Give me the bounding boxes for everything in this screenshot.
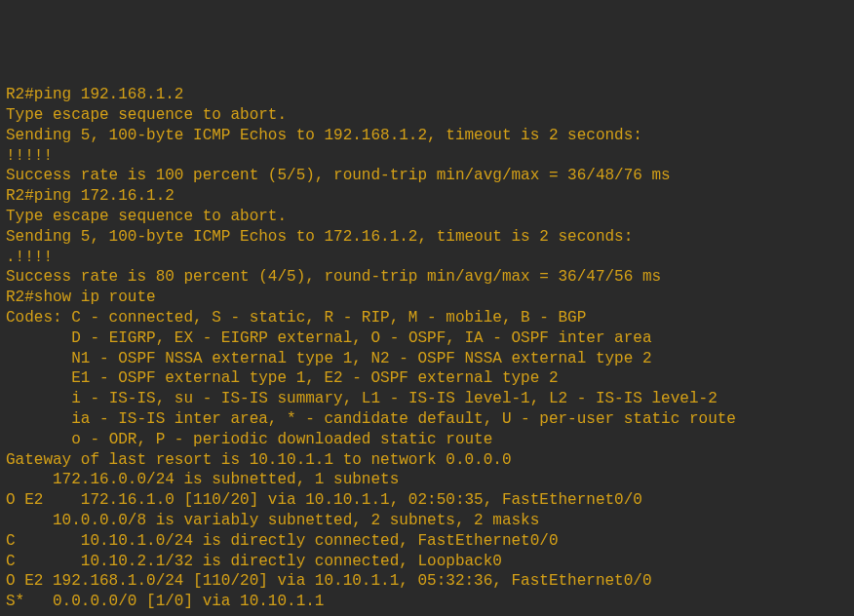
terminal-line: 10.0.0.0/8 is variably subnetted, 2 subn… (6, 511, 848, 531)
terminal-line: R2#ping 192.168.1.2 (6, 85, 848, 105)
terminal-line: E1 - OSPF external type 1, E2 - OSPF ext… (6, 368, 848, 389)
terminal-line: Success rate is 100 percent (5/5), round… (6, 166, 848, 186)
terminal-line: N1 - OSPF NSSA external type 1, N2 - OSP… (6, 349, 848, 369)
terminal-line: Gateway of last resort is 10.10.1.1 to n… (6, 450, 848, 471)
terminal-line: Success rate is 80 percent (4/5), round-… (6, 267, 848, 288)
terminal-line: S* 0.0.0.0/0 [1/0] via 10.10.1.1 (6, 592, 848, 612)
terminal-line: !!!!! (6, 146, 848, 167)
terminal-line: Type escape sequence to abort. (6, 207, 848, 227)
terminal-line: Sending 5, 100-byte ICMP Echos to 192.16… (6, 126, 848, 146)
terminal-line: Sending 5, 100-byte ICMP Echos to 172.16… (6, 227, 848, 248)
terminal-line: O E2 172.16.1.0 [110/20] via 10.10.1.1, … (6, 490, 848, 511)
terminal-line: Type escape sequence to abort. (6, 105, 848, 126)
terminal-text: S* 0.0.0.0/0 [1/0] via 10.10.1.1 (6, 593, 324, 610)
terminal-line: R2#ping 172.16.1.2 (6, 186, 848, 207)
terminal-line: O E2 192.168.1.0/24 [110/20] via 10.10.1… (6, 571, 848, 592)
terminal-line: D - EIGRP, EX - EIGRP external, O - OSPF… (6, 328, 848, 349)
terminal-line: o - ODR, P - periodic downloaded static … (6, 430, 848, 450)
terminal-line: 172.16.0.0/24 is subnetted, 1 subnets (6, 470, 848, 490)
terminal-line: C 10.10.2.1/32 is directly connected, Lo… (6, 552, 848, 572)
terminal-output[interactable]: R2#ping 192.168.1.2Type escape sequence … (6, 85, 848, 616)
terminal-line: R2#show ip route (6, 288, 848, 308)
terminal-line: .!!!! (6, 248, 848, 268)
terminal-line: i - IS-IS, su - IS-IS summary, L1 - IS-I… (6, 389, 848, 409)
terminal-line: C 10.10.1.0/24 is directly connected, Fa… (6, 531, 848, 552)
terminal-line: Codes: C - connected, S - static, R - RI… (6, 308, 848, 328)
terminal-line: ia - IS-IS inter area, * - candidate def… (6, 409, 848, 430)
